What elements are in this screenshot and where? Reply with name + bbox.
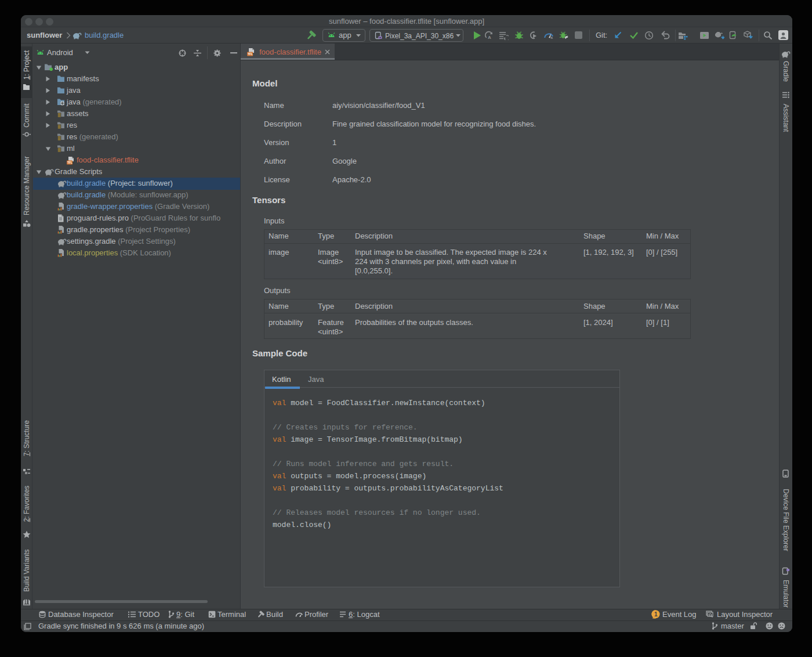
svg-text:A: A [488, 35, 491, 40]
svg-text:TFL: TFL [67, 161, 72, 164]
svg-text:1: 1 [654, 611, 658, 618]
svg-text:TFL: TFL [248, 53, 253, 56]
